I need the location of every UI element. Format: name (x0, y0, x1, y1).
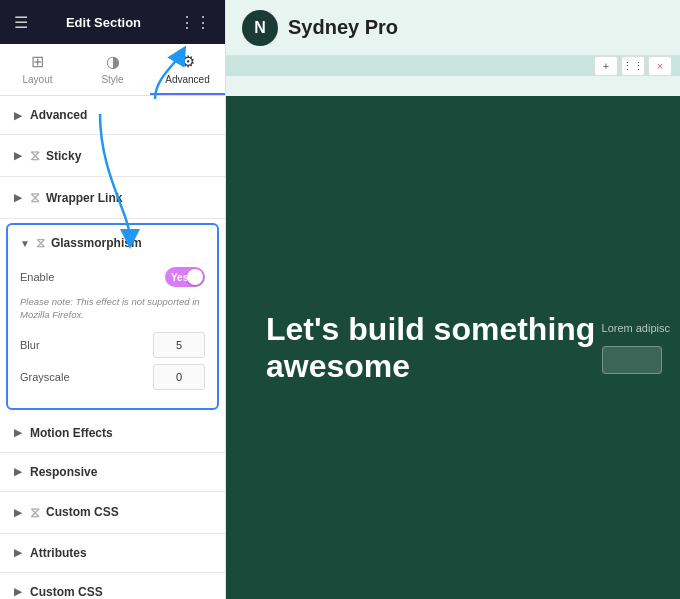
right-panel: N Sydney Pro + ⋮⋮ × Let's build somethin… (226, 0, 680, 599)
add-button[interactable]: + (594, 56, 618, 76)
toggle-knob (187, 269, 203, 285)
advanced-gear-icon: ⚙ (181, 52, 195, 71)
section-glassmorphism-label: Glassmorphism (51, 236, 142, 250)
section-custom-css-2: ▶ Custom CSS (0, 573, 225, 599)
section-glassmorphism-header[interactable]: ▼ ⧖ Glassmorphism (8, 225, 217, 261)
pro-icon-glass: ⧖ (36, 235, 45, 251)
tab-advanced-label: Advanced (165, 74, 209, 85)
chevron-right-icon-wrapper: ▶ (14, 192, 22, 203)
section-advanced: ▶ Advanced (0, 96, 225, 135)
chevron-right-icon-responsive: ▶ (14, 466, 22, 477)
grayscale-row: Grayscale (20, 364, 205, 390)
pro-icon-wrapper: ⧖ (30, 189, 40, 206)
enable-row: Enable Yes (20, 267, 205, 287)
section-glassmorphism: ▼ ⧖ Glassmorphism Enable Yes Please not (6, 223, 219, 410)
panel-title: Edit Section (66, 15, 141, 30)
section-motion-effects-header[interactable]: ▶ Motion Effects (0, 414, 225, 452)
chevron-right-icon: ▶ (14, 110, 22, 121)
sydney-logo-icon: N (254, 19, 266, 37)
tab-style[interactable]: ◑ Style (75, 44, 150, 95)
toggle-yes-label: Yes (171, 272, 188, 283)
chevron-right-icon-attr: ▶ (14, 547, 22, 558)
preview-strip: + ⋮⋮ × (226, 56, 680, 76)
firefox-note: Please note: This effect is not supporte… (20, 295, 205, 322)
site-name: Sydney Pro (288, 16, 398, 39)
side-text: Lorem adipisc (602, 322, 670, 374)
left-panel: ☰ Edit Section ⋮⋮ ⊞ Layout ◑ Style ⚙ Adv… (0, 0, 226, 599)
section-wrapper-link: ▶ ⧖ Wrapper Link (0, 177, 225, 219)
tab-layout-label: Layout (22, 74, 52, 85)
element-controls: + ⋮⋮ × (594, 56, 672, 76)
preview-hero-section: Let's build something awesome Lorem adip… (226, 96, 680, 599)
section-wrapper-link-label: Wrapper Link (46, 191, 122, 205)
section-sticky: ▶ ⧖ Sticky (0, 135, 225, 177)
blur-row: Blur (20, 332, 205, 358)
section-responsive-header[interactable]: ▶ Responsive (0, 453, 225, 491)
section-attributes: ▶ Attributes (0, 534, 225, 573)
layout-icon: ⊞ (31, 52, 44, 71)
section-custom-css-1-label: Custom CSS (46, 505, 119, 519)
panel-header: ☰ Edit Section ⋮⋮ (0, 0, 225, 44)
hamburger-icon[interactable]: ☰ (14, 13, 28, 32)
chevron-right-icon-sticky: ▶ (14, 150, 22, 161)
preview-topbar: N Sydney Pro (226, 0, 680, 56)
section-responsive: ▶ Responsive (0, 453, 225, 492)
tab-layout[interactable]: ⊞ Layout (0, 44, 75, 95)
chevron-right-icon-css2: ▶ (14, 586, 22, 597)
chevron-down-icon-glass: ▼ (20, 238, 30, 249)
blur-input[interactable] (153, 332, 205, 358)
hero-text: Let's build something awesome (246, 291, 660, 405)
toggle-background[interactable]: Yes (165, 267, 205, 287)
sydney-logo: N (242, 10, 278, 46)
tab-advanced[interactable]: ⚙ Advanced (150, 44, 225, 95)
section-wrapper-link-header[interactable]: ▶ ⧖ Wrapper Link (0, 177, 225, 218)
enable-toggle[interactable]: Yes (165, 267, 205, 287)
panel-tabs: ⊞ Layout ◑ Style ⚙ Advanced (0, 44, 225, 96)
section-attributes-label: Attributes (30, 546, 87, 560)
style-icon: ◑ (106, 52, 120, 71)
section-sticky-label: Sticky (46, 149, 81, 163)
panel-body: ▶ Advanced ▶ ⧖ Sticky ▶ ⧖ Wrapper Link ▼ (0, 96, 225, 599)
section-custom-css-2-label: Custom CSS (30, 585, 103, 599)
move-button[interactable]: ⋮⋮ (621, 56, 645, 76)
section-sticky-header[interactable]: ▶ ⧖ Sticky (0, 135, 225, 176)
grayscale-input[interactable] (153, 364, 205, 390)
section-responsive-label: Responsive (30, 465, 97, 479)
glassmorphism-body: Enable Yes Please note: This effect is n… (8, 261, 217, 408)
close-button[interactable]: × (648, 56, 672, 76)
section-advanced-label: Advanced (30, 108, 87, 122)
pro-icon-css1: ⧖ (30, 504, 40, 521)
section-advanced-header[interactable]: ▶ Advanced (0, 96, 225, 134)
grid-icon[interactable]: ⋮⋮ (179, 13, 211, 32)
section-motion-effects: ▶ Motion Effects (0, 414, 225, 453)
blur-label: Blur (20, 339, 40, 351)
section-custom-css-1-header[interactable]: ▶ ⧖ Custom CSS (0, 492, 225, 533)
chevron-right-icon-css1: ▶ (14, 507, 22, 518)
section-custom-css-1: ▶ ⧖ Custom CSS (0, 492, 225, 534)
section-motion-effects-label: Motion Effects (30, 426, 113, 440)
chevron-right-icon-motion: ▶ (14, 427, 22, 438)
section-attributes-header[interactable]: ▶ Attributes (0, 534, 225, 572)
section-custom-css-2-header[interactable]: ▶ Custom CSS (0, 573, 225, 599)
lorem-text: Lorem adipisc (602, 322, 670, 334)
header-icons: ⋮⋮ (179, 13, 211, 32)
tab-style-label: Style (101, 74, 123, 85)
pro-icon-sticky: ⧖ (30, 147, 40, 164)
cta-button-placeholder (602, 346, 662, 374)
enable-label: Enable (20, 271, 54, 283)
grayscale-label: Grayscale (20, 371, 70, 383)
